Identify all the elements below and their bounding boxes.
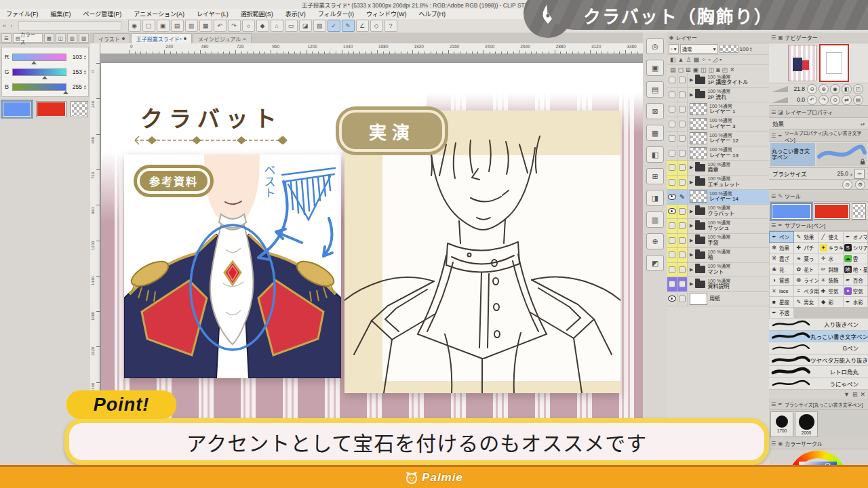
layer-visibility-cell[interactable] [667, 263, 677, 277]
layer-tool-icon[interactable]: ◙ [716, 66, 719, 73]
slider-track[interactable] [12, 54, 66, 61]
layer-visibility-cell[interactable] [667, 88, 677, 102]
menu-item[interactable]: ヘルプ(H) [413, 9, 452, 18]
transparent-color-swatch[interactable] [71, 101, 88, 117]
zoom-slider[interactable] [772, 86, 788, 92]
layer-tool-icon[interactable]: ▤ [670, 66, 676, 73]
quick-access-button[interactable]: ▤ [646, 81, 664, 98]
layer-visibility-cell[interactable] [667, 205, 677, 219]
undo-icon[interactable]: ↶ [214, 20, 226, 32]
layer-row[interactable]: ▶100 %通常エギュレット [667, 176, 769, 190]
layer-row[interactable]: 100 %通常レイヤー 1 [667, 102, 769, 117]
expand-arrow-icon[interactable]: ▶ [690, 165, 693, 170]
layer-visibility-cell[interactable] [667, 73, 677, 87]
slider-spinner[interactable]: ▴▾ [84, 54, 86, 60]
slider-track[interactable] [12, 68, 66, 76]
layer-visibility-cell[interactable] [667, 234, 677, 248]
document-tab[interactable]: メインビジュアル× [193, 33, 252, 43]
open-file-icon[interactable]: ▣ [157, 20, 170, 32]
menu-item[interactable]: アニメーション(A) [127, 9, 191, 18]
subtool-item[interactable]: ◆彩 [819, 297, 843, 307]
layer-row[interactable]: ▶100 %通常資料説明 [667, 277, 769, 292]
menu-item[interactable]: レイヤー(L) [191, 9, 235, 18]
menu-item[interactable]: 表示(V) [279, 9, 312, 18]
subtool-item[interactable]: ✎効果 [794, 232, 818, 242]
artboard[interactable]: クラバット 参考資料 [101, 63, 643, 447]
subtool-item[interactable]: ✳lace [770, 286, 793, 296]
expand-arrow-icon[interactable]: ▶ [690, 281, 693, 287]
lock-icon[interactable] [860, 159, 865, 165]
effect-spinner[interactable]: ▴▾ [861, 121, 865, 126]
subtool-item[interactable]: ≡ベタ用 [794, 286, 818, 296]
layer-row[interactable]: 100 %通常レイヤー 3 [667, 117, 769, 132]
quick-access-button[interactable]: ◧ [646, 146, 664, 163]
layer-visibility-cell[interactable] [667, 219, 677, 233]
menu-item[interactable]: ファイル(F) [0, 9, 45, 18]
subtool-item[interactable]: ✒ペン [770, 232, 793, 242]
menu-item[interactable]: ウィンドウ(W) [360, 9, 413, 18]
new-file-icon[interactable]: ▢ [142, 20, 155, 32]
brush-preset-row[interactable]: 入り抜きペン [769, 319, 868, 331]
layer-tool-icon[interactable]: ◿ [713, 56, 717, 63]
menu-item[interactable]: ページ管理(P) [77, 9, 128, 18]
layer-visibility-cell[interactable] [667, 292, 677, 306]
layer-tool-icon[interactable]: ▪ [719, 56, 722, 63]
brush-size-tile[interactable]: 2000 [795, 411, 818, 437]
page-thumbnail-1[interactable] [788, 45, 816, 81]
zoom-button[interactable]: ⊖ [807, 84, 817, 94]
gradient-icon[interactable]: ◪ [299, 20, 312, 32]
layer-row[interactable]: ▶100 %通常クラバット [667, 205, 769, 220]
main-color-swatch[interactable] [2, 101, 32, 117]
subtool-item[interactable]: ✳装飾 [819, 275, 843, 285]
expand-arrow-icon[interactable]: ▶ [690, 223, 693, 228]
layer-tool-icon[interactable]: ♙ [686, 56, 691, 63]
subtool-item[interactable]: ■星座 [770, 297, 793, 307]
wrench-icon[interactable]: ⚙ [855, 180, 865, 190]
subtool-item[interactable]: ☁雲 [844, 253, 867, 264]
material-icon[interactable]: ◇ [370, 20, 383, 32]
document-tab[interactable]: イラスト [93, 33, 130, 43]
brush-list-button[interactable]: ▼ [844, 391, 850, 398]
subtool-item[interactable]: ✚空気 [819, 286, 843, 296]
subtool-item[interactable]: ✾効果 [770, 243, 793, 253]
layer-tool-icon[interactable]: ⁘ [701, 56, 707, 63]
transparent-color-swatch[interactable] [852, 203, 866, 220]
blend-mode-dropdown[interactable]: 通常▾ [680, 44, 718, 54]
brush-size-tile[interactable]: 1700 [770, 411, 793, 437]
layer-edit-cell[interactable] [677, 234, 688, 248]
layers-panel-tab[interactable]: ◆ レイヤー [667, 33, 769, 43]
save-as-icon[interactable]: ▥ [185, 20, 198, 32]
layer-row[interactable]: ▶100 %通常1P 講座タイトル [667, 73, 769, 88]
layer-tool-icon[interactable]: ⊞ [686, 66, 691, 73]
subtool-item[interactable]: ✎男女 [794, 297, 818, 307]
expand-arrow-icon[interactable]: ▶ [690, 238, 693, 243]
layer-tool-icon[interactable]: ✕ [730, 66, 735, 73]
export-icon[interactable]: ▦ [199, 20, 212, 32]
brush-preset-row[interactable]: うにゃペン [769, 378, 868, 390]
rotate-button[interactable]: ⇄ [842, 95, 852, 105]
clip-studio-icon[interactable]: ◉ [128, 20, 141, 32]
opacity-spinner[interactable]: ▴▾ [750, 46, 752, 52]
layer-edit-cell[interactable] [677, 131, 688, 146]
brush-preset-row[interactable]: レトロ角丸 [769, 366, 868, 378]
rotate-button[interactable]: ▤ [853, 95, 863, 105]
quick-access-button[interactable]: ◎ [646, 38, 664, 54]
layer-visibility-cell[interactable] [667, 248, 677, 262]
slider-spinner[interactable]: ▴▾ [84, 84, 86, 89]
subtool-item[interactable]: ❁ライン [794, 275, 818, 285]
layer-property-tab[interactable]: ☰ ◪ レイヤープロパティ [769, 107, 868, 118]
close-tab-icon[interactable]: × [243, 36, 246, 42]
panel-menu-icon[interactable]: ☰ [1, 33, 12, 43]
help-icon[interactable]: ? [384, 20, 397, 32]
zoom-button[interactable]: ◰ [853, 84, 863, 94]
page-thumbnail-2[interactable] [819, 44, 849, 82]
layer-edit-cell[interactable] [677, 88, 688, 102]
zoom-button[interactable]: ◉ [830, 84, 840, 94]
layer-tool-icon[interactable]: ▩ [694, 56, 700, 63]
subtool-item[interactable]: ◑質感 [770, 275, 793, 285]
subtool-item[interactable]: ✦キラキ [819, 243, 843, 253]
subtool-item[interactable]: ✛水 [819, 253, 843, 264]
layer-edit-cell[interactable]: ✎ [677, 190, 688, 204]
rotate-button[interactable]: ↷ [818, 95, 829, 105]
layer-filter-dropdown[interactable]: ▫ ▾ [669, 44, 679, 54]
